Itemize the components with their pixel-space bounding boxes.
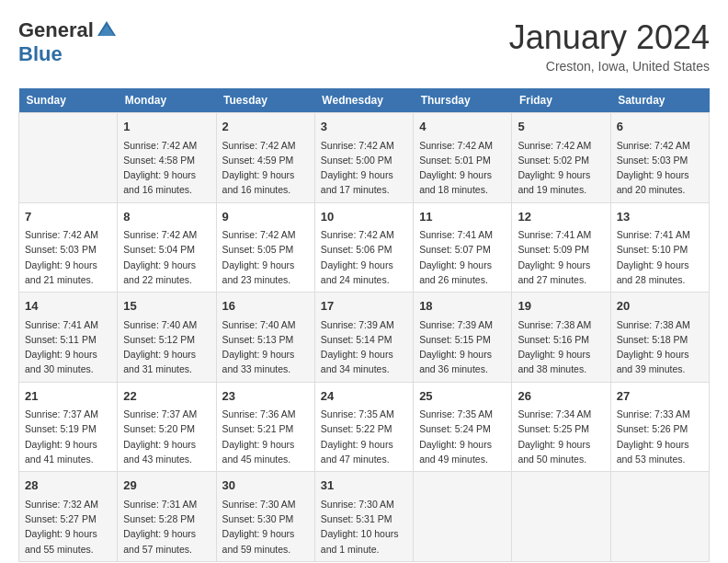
day-info: Sunrise: 7:41 AMSunset: 5:11 PMDaylight:… [25,317,111,377]
day-number: 3 [321,118,407,136]
calendar-cell: 23Sunrise: 7:36 AMSunset: 5:21 PMDayligh… [216,382,314,472]
day-header-friday: Friday [512,88,610,113]
calendar-cell: 3Sunrise: 7:42 AMSunset: 5:00 PMDaylight… [314,113,413,203]
day-number: 15 [123,297,210,316]
day-number: 5 [518,118,604,136]
calendar-cell [512,472,610,562]
calendar-week-row: 14Sunrise: 7:41 AMSunset: 5:11 PMDayligh… [19,293,710,383]
day-number: 19 [518,297,604,316]
day-number: 18 [419,297,506,316]
day-number: 22 [123,387,210,406]
calendar-cell: 30Sunrise: 7:30 AMSunset: 5:30 PMDayligh… [216,472,314,562]
day-info: Sunrise: 7:31 AMSunset: 5:28 PMDaylight:… [123,497,210,557]
day-header-wednesday: Wednesday [314,88,413,113]
day-info: Sunrise: 7:41 AMSunset: 5:09 PMDaylight:… [518,227,604,287]
day-info: Sunrise: 7:37 AMSunset: 5:20 PMDaylight:… [123,407,210,466]
day-number: 24 [321,387,407,406]
calendar-cell: 13Sunrise: 7:41 AMSunset: 5:10 PMDayligh… [610,202,709,293]
day-info: Sunrise: 7:42 AMSunset: 5:05 PMDaylight:… [222,227,309,287]
calendar-cell: 12Sunrise: 7:41 AMSunset: 5:09 PMDayligh… [512,202,610,293]
day-number: 31 [321,477,407,495]
calendar-table: SundayMondayTuesdayWednesdayThursdayFrid… [18,88,710,562]
day-number: 25 [419,387,506,406]
page-header: General Blue January 2024 Creston, Iowa,… [18,18,710,74]
day-header-monday: Monday [118,88,216,113]
day-number: 8 [123,208,210,226]
day-number: 6 [617,118,703,136]
calendar-cell: 27Sunrise: 7:33 AMSunset: 5:26 PMDayligh… [610,382,709,472]
day-number: 11 [419,208,506,226]
day-info: Sunrise: 7:39 AMSunset: 5:15 PMDaylight:… [419,317,506,377]
day-info: Sunrise: 7:42 AMSunset: 5:03 PMDaylight:… [25,227,111,287]
day-header-sunday: Sunday [19,88,118,113]
calendar-cell: 8Sunrise: 7:42 AMSunset: 5:04 PMDaylight… [118,202,216,293]
day-number: 2 [222,118,309,136]
day-info: Sunrise: 7:30 AMSunset: 5:31 PMDaylight:… [321,497,407,557]
day-info: Sunrise: 7:38 AMSunset: 5:18 PMDaylight:… [617,317,703,377]
day-header-tuesday: Tuesday [216,88,314,113]
calendar-cell [610,472,709,562]
calendar-cell: 28Sunrise: 7:32 AMSunset: 5:27 PMDayligh… [19,472,118,562]
calendar-cell: 1Sunrise: 7:42 AMSunset: 4:58 PMDaylight… [118,113,216,203]
title-block: January 2024 Creston, Iowa, United State… [509,18,710,74]
day-header-saturday: Saturday [610,88,709,113]
day-number: 14 [25,297,111,316]
calendar-cell [414,472,512,562]
calendar-cell: 9Sunrise: 7:42 AMSunset: 5:05 PMDaylight… [216,202,314,293]
day-number: 10 [321,208,407,226]
calendar-week-row: 7Sunrise: 7:42 AMSunset: 5:03 PMDaylight… [19,202,710,293]
day-number: 28 [25,477,111,495]
day-info: Sunrise: 7:41 AMSunset: 5:07 PMDaylight:… [419,227,506,287]
day-number: 17 [321,297,407,316]
day-info: Sunrise: 7:32 AMSunset: 5:27 PMDaylight:… [25,497,111,557]
day-info: Sunrise: 7:41 AMSunset: 5:10 PMDaylight:… [617,227,703,287]
calendar-body: 1Sunrise: 7:42 AMSunset: 4:58 PMDaylight… [19,113,710,562]
day-number: 29 [123,477,210,495]
day-info: Sunrise: 7:35 AMSunset: 5:24 PMDaylight:… [419,407,506,466]
logo-icon [96,19,118,41]
logo-general-text: General [18,18,94,42]
day-info: Sunrise: 7:42 AMSunset: 5:02 PMDaylight:… [518,138,604,198]
calendar-cell: 5Sunrise: 7:42 AMSunset: 5:02 PMDaylight… [512,113,610,203]
calendar-cell: 14Sunrise: 7:41 AMSunset: 5:11 PMDayligh… [19,293,118,383]
day-info: Sunrise: 7:38 AMSunset: 5:16 PMDaylight:… [518,317,604,377]
day-info: Sunrise: 7:40 AMSunset: 5:13 PMDaylight:… [222,317,309,377]
day-info: Sunrise: 7:42 AMSunset: 5:04 PMDaylight:… [123,227,210,287]
calendar-cell: 18Sunrise: 7:39 AMSunset: 5:15 PMDayligh… [414,293,512,383]
logo: General Blue [18,18,118,66]
calendar-cell: 19Sunrise: 7:38 AMSunset: 5:16 PMDayligh… [512,293,610,383]
day-info: Sunrise: 7:35 AMSunset: 5:22 PMDaylight:… [321,407,407,466]
logo-blue-text: Blue [18,42,63,66]
day-number: 30 [222,477,309,495]
calendar-cell: 31Sunrise: 7:30 AMSunset: 5:31 PMDayligh… [314,472,413,562]
day-info: Sunrise: 7:36 AMSunset: 5:21 PMDaylight:… [222,407,309,466]
calendar-cell: 4Sunrise: 7:42 AMSunset: 5:01 PMDaylight… [414,113,512,203]
calendar-cell: 6Sunrise: 7:42 AMSunset: 5:03 PMDaylight… [610,113,709,203]
day-info: Sunrise: 7:39 AMSunset: 5:14 PMDaylight:… [321,317,407,377]
day-number: 20 [617,297,703,316]
calendar-cell: 11Sunrise: 7:41 AMSunset: 5:07 PMDayligh… [414,202,512,293]
day-number: 21 [25,387,111,406]
calendar-cell: 26Sunrise: 7:34 AMSunset: 5:25 PMDayligh… [512,382,610,472]
day-number: 23 [222,387,309,406]
day-number: 26 [518,387,604,406]
day-info: Sunrise: 7:37 AMSunset: 5:19 PMDaylight:… [25,407,111,466]
day-info: Sunrise: 7:30 AMSunset: 5:30 PMDaylight:… [222,497,309,557]
calendar-header: SundayMondayTuesdayWednesdayThursdayFrid… [19,88,710,113]
calendar-cell [19,113,118,203]
calendar-cell: 10Sunrise: 7:42 AMSunset: 5:06 PMDayligh… [314,202,413,293]
day-number: 1 [123,118,210,136]
calendar-cell: 25Sunrise: 7:35 AMSunset: 5:24 PMDayligh… [414,382,512,472]
calendar-cell: 21Sunrise: 7:37 AMSunset: 5:19 PMDayligh… [19,382,118,472]
calendar-week-row: 1Sunrise: 7:42 AMSunset: 4:58 PMDaylight… [19,113,710,203]
calendar-cell: 29Sunrise: 7:31 AMSunset: 5:28 PMDayligh… [118,472,216,562]
calendar-cell: 15Sunrise: 7:40 AMSunset: 5:12 PMDayligh… [118,293,216,383]
day-number: 7 [25,208,111,226]
calendar-cell: 17Sunrise: 7:39 AMSunset: 5:14 PMDayligh… [314,293,413,383]
day-info: Sunrise: 7:42 AMSunset: 5:00 PMDaylight:… [321,138,407,198]
day-info: Sunrise: 7:42 AMSunset: 5:01 PMDaylight:… [419,138,506,198]
day-info: Sunrise: 7:42 AMSunset: 5:03 PMDaylight:… [617,138,703,198]
calendar-cell: 16Sunrise: 7:40 AMSunset: 5:13 PMDayligh… [216,293,314,383]
calendar-cell: 22Sunrise: 7:37 AMSunset: 5:20 PMDayligh… [118,382,216,472]
calendar-cell: 7Sunrise: 7:42 AMSunset: 5:03 PMDaylight… [19,202,118,293]
